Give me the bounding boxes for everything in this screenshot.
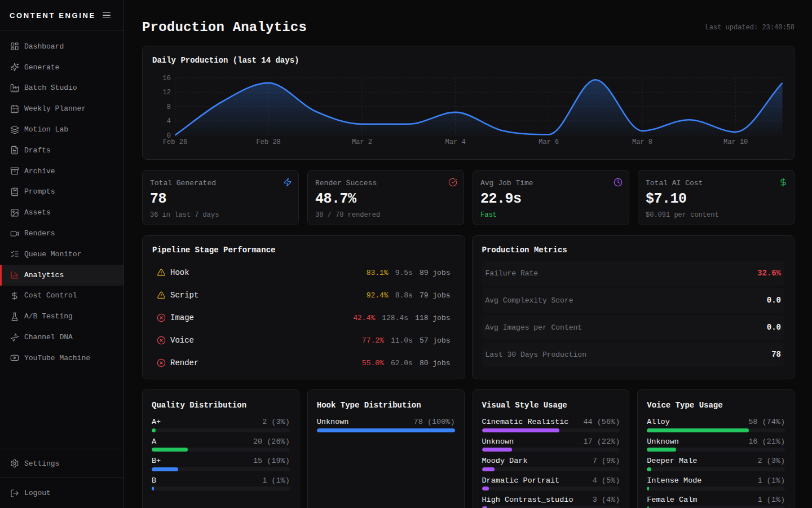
svg-text:Feb 26: Feb 26	[163, 138, 187, 146]
svg-text:Mar 8: Mar 8	[632, 138, 652, 146]
svg-text:16: 16	[163, 75, 171, 82]
svg-text:4: 4	[167, 117, 171, 125]
svg-text:Mar 10: Mar 10	[723, 138, 748, 146]
svg-text:8: 8	[167, 103, 171, 111]
svg-text:Mar 2: Mar 2	[352, 138, 372, 146]
svg-text:12: 12	[163, 89, 171, 97]
svg-text:Mar 6: Mar 6	[539, 138, 559, 146]
svg-text:Feb 28: Feb 28	[257, 138, 281, 146]
svg-text:Mar 4: Mar 4	[445, 138, 466, 146]
